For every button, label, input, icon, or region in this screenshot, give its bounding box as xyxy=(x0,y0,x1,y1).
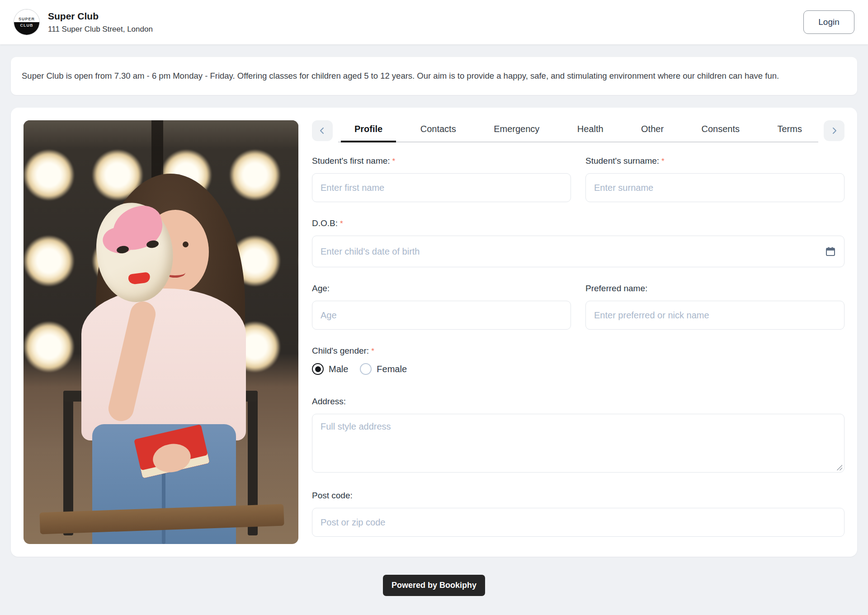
page-footer: Powered by Bookiphy xyxy=(0,575,868,596)
club-address: 111 Super Club Street, London xyxy=(48,25,153,34)
info-banner-text: Super Club is open from 7.30 am - 6 pm M… xyxy=(22,68,840,84)
preferred-name-label-text: Preferred name: xyxy=(585,284,647,293)
club-logo-bottom-text: CLUB xyxy=(14,22,39,35)
post-code-label-text: Post code: xyxy=(312,491,353,500)
address-textarea[interactable] xyxy=(312,414,844,473)
address-label-text: Address: xyxy=(312,397,346,406)
surname-input[interactable] xyxy=(585,173,844,202)
girl-eye xyxy=(183,241,189,247)
textarea-resize-handle[interactable] xyxy=(837,465,842,470)
age-label: Age: xyxy=(312,284,571,293)
first-name-label-text: Student's first name: xyxy=(312,156,390,166)
preferred-name-input[interactable] xyxy=(585,301,844,330)
powered-by-badge: Powered by Bookiphy xyxy=(383,575,485,596)
tab-terms[interactable]: Terms xyxy=(778,124,802,134)
age-label-text: Age: xyxy=(312,284,330,293)
profile-form: Profile Contacts Emergency Health Other … xyxy=(312,120,844,544)
required-asterisk: * xyxy=(661,157,665,166)
club-logo-top-text: SUPER xyxy=(14,9,39,22)
gender-label: Child's gender:* xyxy=(312,346,844,356)
required-asterisk: * xyxy=(340,219,343,228)
female-radio-label: Female xyxy=(377,364,407,374)
dob-field-group: D.O.B:* xyxy=(312,218,844,267)
tabs-scroll-left-button[interactable] xyxy=(312,120,333,141)
form-tabs: Profile Contacts Emergency Health Other … xyxy=(312,120,844,142)
tabs-scroll-right-button[interactable] xyxy=(824,120,844,141)
dob-input[interactable] xyxy=(312,236,844,267)
tab-profile[interactable]: Profile xyxy=(354,124,382,134)
address-label: Address: xyxy=(312,397,844,407)
gender-field-group: Child's gender:* Male Female xyxy=(312,346,844,375)
post-code-input[interactable] xyxy=(312,508,844,537)
surname-label-text: Student's surname: xyxy=(585,156,659,166)
surname-field-group: Student's surname:* xyxy=(585,156,844,202)
girl-shirt xyxy=(81,289,246,440)
post-code-field-group: Post code: xyxy=(312,491,844,537)
chevron-left-icon xyxy=(319,127,326,134)
dob-label: D.O.B:* xyxy=(312,218,844,228)
tab-other[interactable]: Other xyxy=(641,124,664,134)
tab-emergency[interactable]: Emergency xyxy=(494,124,539,134)
male-radio-label: Male xyxy=(329,364,348,374)
preferred-name-label: Preferred name: xyxy=(585,284,844,293)
gender-label-text: Child's gender: xyxy=(312,346,369,355)
address-field-group: Address: xyxy=(312,397,844,473)
age-input[interactable] xyxy=(312,301,571,330)
header-titles: Super Club 111 Super Club Street, London xyxy=(48,11,153,34)
post-code-label: Post code: xyxy=(312,491,844,501)
student-photo xyxy=(24,120,298,544)
surname-label: Student's surname:* xyxy=(585,156,844,166)
first-name-input[interactable] xyxy=(312,173,571,202)
preferred-name-field-group: Preferred name: xyxy=(585,284,844,330)
chevron-right-icon xyxy=(830,127,838,134)
first-name-label: Student's first name:* xyxy=(312,156,571,166)
first-name-field-group: Student's first name:* xyxy=(312,156,571,202)
gender-option-male[interactable]: Male xyxy=(312,363,348,375)
tab-health[interactable]: Health xyxy=(577,124,604,134)
profile-form-body: Student's first name:* Student's surname… xyxy=(312,142,844,537)
gender-option-female[interactable]: Female xyxy=(360,363,407,375)
registration-card: Profile Contacts Emergency Health Other … xyxy=(11,108,857,557)
club-name: Super Club xyxy=(48,11,153,22)
male-radio-button[interactable] xyxy=(312,363,324,375)
dob-label-text: D.O.B: xyxy=(312,218,338,228)
tab-contacts[interactable]: Contacts xyxy=(420,124,456,134)
required-asterisk: * xyxy=(392,157,396,166)
app-header: SUPER CLUB Super Club 111 Super Club Str… xyxy=(0,0,868,44)
calendar-icon[interactable] xyxy=(826,246,835,256)
required-asterisk: * xyxy=(371,347,374,355)
tab-consents[interactable]: Consents xyxy=(702,124,740,134)
club-logo: SUPER CLUB xyxy=(14,9,40,35)
tabs-strip: Profile Contacts Emergency Health Other … xyxy=(338,120,818,142)
info-banner: Super Club is open from 7.30 am - 6 pm M… xyxy=(11,57,857,95)
female-radio-button[interactable] xyxy=(360,363,372,375)
login-button[interactable]: Login xyxy=(803,10,854,34)
age-field-group: Age: xyxy=(312,284,571,330)
